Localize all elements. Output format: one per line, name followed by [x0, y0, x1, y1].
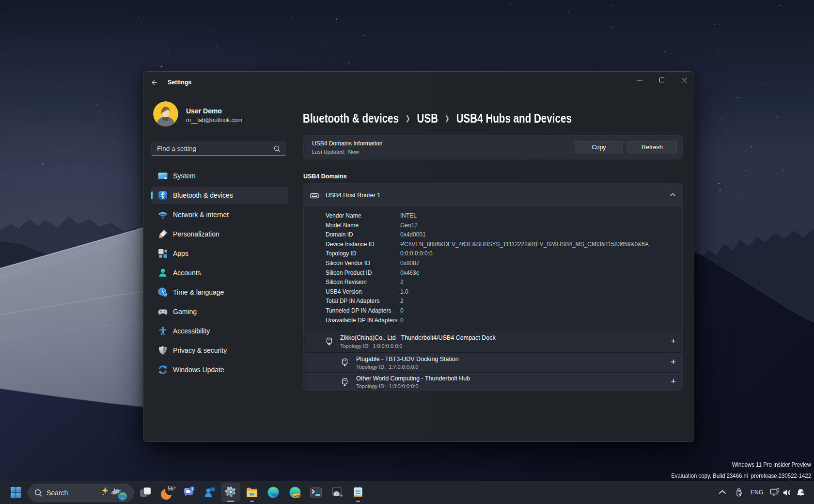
svg-text:CAN: CAN: [294, 494, 300, 497]
svg-text:z: z: [801, 489, 803, 493]
svg-text:56°: 56°: [168, 486, 176, 491]
svg-text:1: 1: [191, 487, 194, 491]
